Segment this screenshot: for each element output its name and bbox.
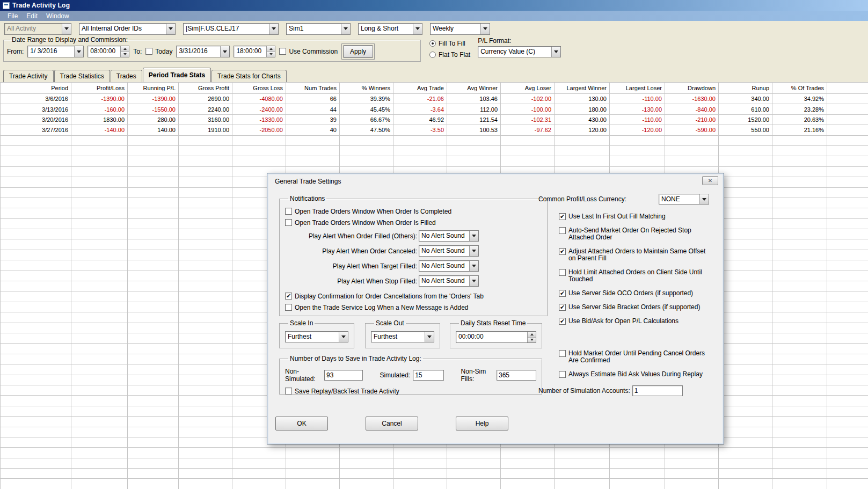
dropdown-arrow-button[interactable] <box>62 24 71 34</box>
dropdown-arrow-button[interactable] <box>74 46 83 57</box>
radio-button[interactable] <box>429 40 436 47</box>
dropdown-arrow-button[interactable] <box>469 231 478 241</box>
dropdown-arrow-button[interactable] <box>339 332 348 342</box>
dropdown-arrow-button[interactable] <box>469 261 478 271</box>
help-button[interactable]: Help <box>456 417 508 430</box>
checkbox-open-trade-orders-window-when-order-is-c[interactable]: Open Trade Orders Window When Order Is C… <box>285 208 451 215</box>
checkbox-adjust-attached-orders-to-maintain-same-[interactable]: ✔Adjust Attached Orders to Maintain Same… <box>559 248 709 262</box>
to-date-select[interactable]: 3/31/2016 <box>176 46 230 57</box>
dropdown-arrow-button[interactable] <box>480 24 490 34</box>
checkbox[interactable]: ✔ <box>559 304 566 311</box>
tab-trade-activity[interactable]: Trade Activity <box>3 70 54 82</box>
empty-cell <box>1 417 71 427</box>
save-replay-checkbox[interactable]: Save Replay/BackTest Trade Activity <box>285 388 399 395</box>
sim-accounts-input[interactable] <box>632 385 683 396</box>
alert-sound-select[interactable]: No Alert Sound <box>419 260 479 272</box>
checkbox[interactable] <box>285 219 292 226</box>
checkbox[interactable] <box>145 48 152 55</box>
tab-trade-stats-for-charts[interactable]: Trade Stats for Charts <box>211 70 287 82</box>
dropdown-arrow-button[interactable] <box>551 47 560 57</box>
titlebar[interactable]: Trade Activity Log <box>0 0 868 11</box>
dialog-close-button[interactable]: ✕ <box>702 176 718 185</box>
spinner-down-button[interactable] <box>528 338 536 343</box>
dropdown-arrow-button[interactable] <box>469 276 478 286</box>
checkbox[interactable] <box>279 48 286 55</box>
checkbox[interactable] <box>559 350 566 357</box>
checkbox-use-bid-ask-for-open-p-l-calculations[interactable]: ✔Use Bid/Ask for Open P/L Calculations <box>559 318 709 325</box>
cancel-button[interactable]: Cancel <box>366 417 418 430</box>
common-pl-currency-select[interactable]: NONE <box>659 194 709 205</box>
empty-cell <box>128 208 179 218</box>
radio-button[interactable] <box>429 52 436 58</box>
toolbar-select-sim1[interactable]: Sim1 <box>286 23 351 35</box>
checkbox[interactable]: ✔ <box>559 290 566 297</box>
dropdown-arrow-button[interactable] <box>425 332 434 342</box>
checkbox[interactable] <box>285 388 292 395</box>
pl-format-select[interactable]: Currency Value (C) <box>478 46 561 57</box>
menu-window[interactable]: Window <box>42 11 74 21</box>
spinner-up-button[interactable] <box>267 46 275 52</box>
spinner-down-button[interactable] <box>121 52 129 57</box>
checkbox-always-estimate-bid-ask-values-during-re[interactable]: Always Estimate Bid Ask Values During Re… <box>559 371 709 378</box>
toolbar-select-sim-f-us-clej17[interactable]: [Sim]F.US.CLEJ17 <box>183 23 279 35</box>
checkbox-hold-market-order-until-pending-cancel-o[interactable]: Hold Market Order Until Pending Cancel O… <box>559 350 709 364</box>
checkbox[interactable]: ✔ <box>559 318 566 325</box>
empty-cell <box>610 479 665 489</box>
dropdown-arrow-button[interactable] <box>699 194 709 204</box>
from-date-select[interactable]: 1/ 3/2016 <box>27 46 84 57</box>
spinner-up-button[interactable] <box>528 332 536 338</box>
tab-trades[interactable]: Trades <box>111 70 142 82</box>
dropdown-arrow-button[interactable] <box>341 24 350 34</box>
spinner-down-button[interactable] <box>267 52 275 57</box>
apply-button[interactable]: Apply <box>343 45 373 58</box>
alert-sound-select[interactable]: No Alert Sound <box>419 275 479 287</box>
radio-fill-to-fill[interactable]: Fill To Fill <box>429 40 470 47</box>
dropdown-arrow-button[interactable] <box>269 24 278 34</box>
dropdown-arrow-button[interactable] <box>469 246 478 256</box>
dropdown-arrow-button[interactable] <box>413 24 422 34</box>
checkbox[interactable] <box>285 208 292 215</box>
non-simulated-input[interactable] <box>324 370 363 381</box>
daily-stats-reset-time-spinner[interactable]: 00:00:00 <box>456 331 536 343</box>
toolbar-select-all-activity[interactable]: All Activity <box>4 23 71 35</box>
checkbox-auto-send-market-order-on-rejected-stop-[interactable]: Auto-Send Market Order On Rejected Stop … <box>559 227 709 241</box>
from-time-spinner[interactable]: 08:00:00 <box>87 46 129 57</box>
to-time-spinner[interactable]: 18:00:00 <box>234 46 275 57</box>
scale-out-select[interactable]: Furthest <box>371 331 434 342</box>
simulated-input[interactable] <box>413 370 444 381</box>
tab-trade-statistics[interactable]: Trade Statistics <box>54 70 110 82</box>
checkbox[interactable]: ✔ <box>559 213 566 220</box>
ok-button[interactable]: OK <box>275 417 328 430</box>
checkbox[interactable] <box>559 269 566 276</box>
checkbox-display-confirmation-for-order-cancellat[interactable]: ✔Display Confirmation for Order Cancella… <box>285 293 484 300</box>
alert-sound-select[interactable]: No Alert Sound <box>419 230 479 242</box>
menu-file[interactable]: File <box>3 11 22 21</box>
empty-cell <box>179 302 232 312</box>
use-commission-checkbox[interactable]: Use Commission <box>279 48 338 55</box>
checkbox-use-last-in-first-out-fill-matching[interactable]: ✔Use Last In First Out Fill Matching <box>559 213 709 220</box>
today-checkbox[interactable]: Today <box>145 48 172 55</box>
radio-flat-to-flat[interactable]: Flat To Flat <box>429 51 470 59</box>
menu-edit[interactable]: Edit <box>22 11 42 21</box>
dropdown-arrow-button[interactable] <box>166 24 175 34</box>
checkbox-hold-limit-attached-orders-on-client-sid[interactable]: Hold Limit Attached Orders on Client Sid… <box>559 269 709 283</box>
checkbox-open-the-trade-service-log-when-a-new-me[interactable]: Open the Trade Service Log When a New Me… <box>285 304 469 311</box>
scale-in-select[interactable]: Furthest <box>285 331 348 342</box>
spinner-up-button[interactable] <box>121 46 129 52</box>
tab-period-trade-stats[interactable]: Period Trade Stats <box>143 68 211 82</box>
checkbox-open-trade-orders-window-when-order-is-f[interactable]: Open Trade Orders Window When Order Is F… <box>285 219 436 227</box>
checkbox[interactable]: ✔ <box>285 293 292 300</box>
checkbox[interactable] <box>559 371 566 378</box>
checkbox[interactable]: ✔ <box>559 248 566 255</box>
empty-cell <box>179 396 232 406</box>
toolbar-select-long-short[interactable]: Long & Short <box>358 23 422 35</box>
checkbox-use-server-side-oco-orders-if-supported[interactable]: ✔Use Server Side OCO Orders (if supporte… <box>559 290 709 297</box>
toolbar-select-all-internal-order-ids[interactable]: All Internal Order IDs <box>79 23 176 35</box>
toolbar-select-weekly[interactable]: Weekly <box>430 23 490 35</box>
checkbox[interactable] <box>285 304 292 311</box>
non-sim-fills-input[interactable] <box>497 370 536 381</box>
dropdown-arrow-button[interactable] <box>220 46 229 57</box>
checkbox[interactable] <box>559 227 566 234</box>
alert-sound-select[interactable]: No Alert Sound <box>419 245 479 257</box>
checkbox-use-server-side-bracket-orders-if-suppor[interactable]: ✔Use Server Side Bracket Orders (if supp… <box>559 304 709 311</box>
